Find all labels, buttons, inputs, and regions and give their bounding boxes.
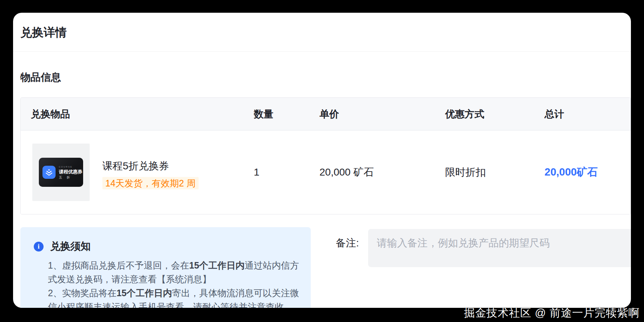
coupon-subtitle-text: 五 折 [59, 176, 82, 179]
remark-label: 备注: [336, 237, 359, 250]
product-info: 课程5折兑换券 14天发货，有效期2 周 [102, 155, 199, 189]
shipping-validity-badge: 14天发货，有效期2 周 [102, 177, 199, 189]
column-header-item: 兑换物品 [21, 108, 254, 121]
column-header-total: 总计 [545, 108, 631, 121]
exchange-notice-box: i 兑换须知 1、虚拟商品兑换后不予退回，会在15个工作日内通过站内信方式发送兑… [20, 227, 311, 308]
coupon-card-texts: COURSE 课程优惠券 五 折 [59, 166, 82, 179]
discount-value: 限时折扣 [445, 165, 545, 179]
total-value: 20,000矿石 [545, 165, 631, 180]
column-header-quantity: 数量 [254, 108, 319, 121]
unit-price-value: 20,000 矿石 [319, 165, 445, 179]
notice-item-1: 1、虚拟商品兑换后不予退回，会在15个工作日内通过站内信方式发送兑换码，请注意查… [48, 258, 300, 286]
exchange-detail-card: 兑换详情 物品信息 兑换物品 数量 单价 优惠方式 总计 [13, 13, 631, 308]
header-divider [13, 51, 631, 52]
product-image: COURSE 课程优惠券 五 折 [32, 144, 90, 201]
notice-title: 兑换须知 [50, 241, 91, 252]
info-icon: i [34, 242, 44, 251]
coupon-card-art: COURSE 课程优惠券 五 折 [39, 158, 83, 187]
column-header-discount: 优惠方式 [445, 108, 545, 121]
product-cell: COURSE 课程优惠券 五 折 课程5折兑换券 14天发货，有效期2 周 [21, 144, 254, 201]
notice-header: i 兑换须知 [34, 241, 302, 252]
column-header-unit-price: 单价 [319, 108, 445, 121]
page-title: 兑换详情 [20, 26, 67, 39]
coupon-brand-text: COURSE [59, 166, 82, 168]
coupon-title-text: 课程优惠券 [59, 169, 82, 174]
notice-item-2: 2、实物奖品将在15个工作日内寄出，具体物流消息可以关注微信小程序顺丰速运输入手… [48, 286, 300, 308]
product-name: 课程5折兑换券 [102, 159, 199, 173]
watermark: 掘金技术社区 @ 前途一片完犊紫啊 [464, 306, 640, 321]
section-title-item-info: 物品信息 [20, 72, 61, 83]
quantity-value: 1 [254, 166, 319, 178]
remark-input[interactable] [368, 229, 631, 267]
items-table: 兑换物品 数量 单价 优惠方式 总计 [20, 97, 631, 214]
table-header-row: 兑换物品 数量 单价 优惠方式 总计 [21, 98, 631, 130]
juejin-logo-icon [42, 166, 56, 179]
notice-list: 1、虚拟商品兑换后不予退回，会在15个工作日内通过站内信方式发送兑换码，请注意查… [34, 258, 302, 308]
table-row: COURSE 课程优惠券 五 折 课程5折兑换券 14天发货，有效期2 周 1 … [21, 130, 631, 214]
